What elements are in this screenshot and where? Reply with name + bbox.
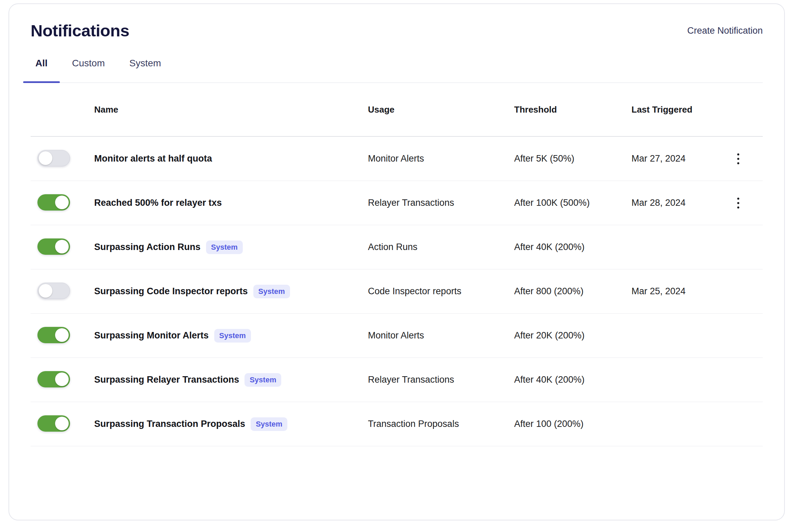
kebab-icon xyxy=(737,153,739,155)
threshold-cell: After 20K (200%) xyxy=(514,330,631,341)
last-triggered-cell: Mar 27, 2024 xyxy=(631,153,730,164)
toggle-knob xyxy=(39,284,52,298)
notification-name: Surpassing Action Runs xyxy=(94,242,201,252)
system-badge: System xyxy=(206,240,243,254)
row-menu-button[interactable] xyxy=(730,192,746,214)
table-header: Name Usage Threshold Last Triggered xyxy=(31,83,763,137)
usage-cell: Monitor Alerts xyxy=(368,153,514,164)
tab-bar: All Custom System xyxy=(23,58,763,83)
page-title: Notifications xyxy=(31,21,129,40)
system-badge: System xyxy=(253,285,290,298)
create-notification-button[interactable]: Create Notification xyxy=(687,26,763,36)
toggle-switch[interactable] xyxy=(37,371,70,387)
notification-name: Surpassing Code Inspector reports xyxy=(94,286,248,297)
column-header-threshold: Threshold xyxy=(514,104,631,115)
system-badge: System xyxy=(244,373,281,387)
usage-cell: Relayer Transactions xyxy=(368,198,514,208)
toggle-knob xyxy=(55,328,69,342)
toggle-knob xyxy=(55,240,69,253)
usage-cell: Transaction Proposals xyxy=(368,419,514,429)
toggle-switch[interactable] xyxy=(37,150,70,166)
usage-cell: Monitor Alerts xyxy=(368,330,514,341)
last-triggered-cell: Mar 25, 2024 xyxy=(631,286,730,297)
notification-name: Surpassing Transaction Proposals xyxy=(94,419,245,429)
toggle-switch[interactable] xyxy=(37,194,70,211)
table-row: Surpassing Monitor Alerts System Monitor… xyxy=(31,314,763,358)
table-body: Monitor alerts at half quota Monitor Ale… xyxy=(31,137,763,446)
threshold-cell: After 100K (500%) xyxy=(514,198,631,208)
toggle-switch[interactable] xyxy=(37,283,70,299)
column-header-last-triggered: Last Triggered xyxy=(631,104,730,115)
toggle-switch[interactable] xyxy=(37,327,70,343)
threshold-cell: After 100 (200%) xyxy=(514,419,631,429)
notifications-card: Notifications Create Notification All Cu… xyxy=(9,3,785,520)
toggle-knob xyxy=(55,372,69,386)
usage-cell: Relayer Transactions xyxy=(368,375,514,385)
last-triggered-cell: Mar 28, 2024 xyxy=(631,198,730,208)
tab-custom[interactable]: Custom xyxy=(60,58,117,82)
threshold-cell: After 800 (200%) xyxy=(514,286,631,297)
threshold-cell: After 5K (50%) xyxy=(514,153,631,164)
usage-cell: Action Runs xyxy=(368,242,514,252)
system-badge: System xyxy=(214,329,251,343)
column-header-name: Name xyxy=(94,104,368,115)
notification-name: Reached 500% for relayer txs xyxy=(94,198,222,208)
tab-system[interactable]: System xyxy=(117,58,173,82)
toggle-knob xyxy=(55,196,69,209)
system-badge: System xyxy=(251,417,287,431)
table-row: Surpassing Code Inspector reports System… xyxy=(31,269,763,314)
toggle-switch[interactable] xyxy=(37,238,70,255)
table-row: Surpassing Action Runs System Action Run… xyxy=(31,225,763,269)
notification-name: Surpassing Relayer Transactions xyxy=(94,375,239,385)
toggle-knob xyxy=(39,151,52,165)
kebab-icon xyxy=(737,198,739,200)
usage-cell: Code Inspector reports xyxy=(368,286,514,297)
threshold-cell: After 40K (200%) xyxy=(514,375,631,385)
toggle-knob xyxy=(55,417,69,430)
threshold-cell: After 40K (200%) xyxy=(514,242,631,252)
table-row: Surpassing Transaction Proposals System … xyxy=(31,402,763,446)
row-menu-button[interactable] xyxy=(730,148,746,170)
toggle-switch[interactable] xyxy=(37,415,70,432)
table-row: Surpassing Relayer Transactions System R… xyxy=(31,358,763,402)
tab-all[interactable]: All xyxy=(23,58,60,82)
column-header-usage: Usage xyxy=(368,104,514,115)
table-row: Monitor alerts at half quota Monitor Ale… xyxy=(31,137,763,181)
card-header: Notifications Create Notification xyxy=(31,21,763,40)
table-row: Reached 500% for relayer txs Relayer Tra… xyxy=(31,181,763,225)
notification-name: Surpassing Monitor Alerts xyxy=(94,330,209,341)
notification-name: Monitor alerts at half quota xyxy=(94,153,212,164)
